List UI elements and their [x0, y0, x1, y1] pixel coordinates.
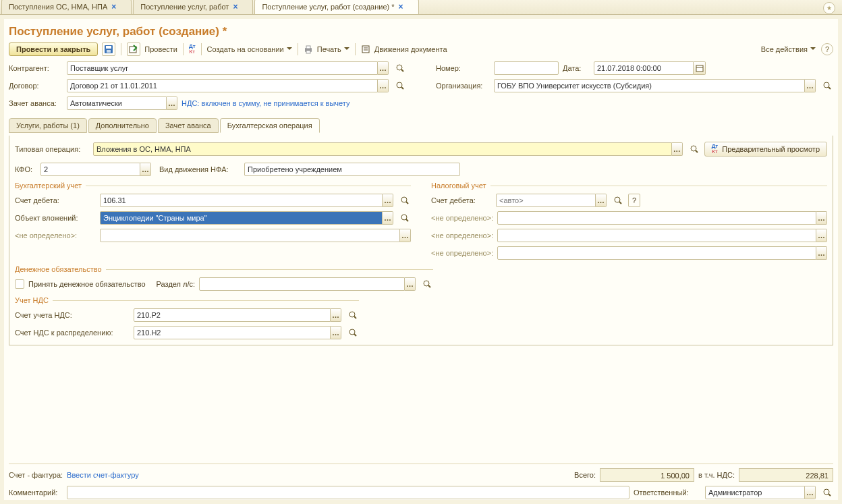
typical-op-field[interactable]: …	[93, 142, 683, 156]
ellipsis-button[interactable]: …	[140, 163, 151, 176]
label-date: Дата:	[563, 64, 590, 72]
ellipsis-button[interactable]: …	[805, 79, 816, 92]
search-icon[interactable]	[399, 194, 411, 207]
ellipsis-button[interactable]: …	[805, 486, 816, 499]
undef-field[interactable]: …	[100, 229, 411, 242]
responsible-field[interactable]: …	[705, 486, 816, 499]
help-button[interactable]: ?	[821, 43, 833, 55]
ellipsis-button[interactable]: …	[378, 79, 389, 92]
ellipsis-button[interactable]: …	[383, 194, 393, 207]
create-based-on-menu[interactable]: Создать на основании	[207, 45, 292, 53]
date-input[interactable]	[594, 61, 694, 75]
advance-field[interactable]: …	[67, 96, 177, 110]
search-icon[interactable]	[821, 79, 833, 92]
search-icon[interactable]	[347, 308, 359, 322]
vat-dist-input[interactable]	[134, 326, 331, 339]
post-and-close-button[interactable]: Провести и закрыть	[9, 43, 98, 56]
help-button[interactable]: ?	[628, 194, 640, 207]
tax-debit-input[interactable]	[496, 194, 596, 207]
post-link[interactable]: Провести	[144, 45, 177, 53]
vat-dist-field[interactable]: …	[134, 326, 341, 339]
svg-line-33	[829, 494, 831, 496]
ellipsis-button[interactable]: …	[167, 96, 177, 110]
svg-line-21	[406, 202, 408, 204]
post-icon	[129, 45, 138, 54]
close-icon[interactable]: ×	[111, 2, 116, 11]
document-moves-link[interactable]: Движения документа	[374, 45, 447, 53]
ellipsis-button[interactable]: …	[816, 229, 827, 242]
tab-receipt-svc-create[interactable]: Поступление услуг, работ (создание) *×	[254, 0, 418, 14]
dtkt-icon[interactable]: ДтКт	[189, 44, 196, 55]
ellipsis-button[interactable]: …	[383, 211, 393, 225]
search-icon[interactable]	[821, 486, 833, 499]
acct-debit-input[interactable]	[100, 194, 383, 207]
contragent-field[interactable]: …	[67, 61, 389, 75]
number-input[interactable]	[494, 61, 559, 75]
obj-input[interactable]	[100, 211, 383, 225]
close-icon[interactable]: ×	[233, 2, 237, 11]
nfa-move-input[interactable]	[244, 163, 460, 176]
acct-debit-field[interactable]: …	[100, 194, 393, 207]
take-monetary-checkbox[interactable]	[15, 279, 24, 289]
ellipsis-button[interactable]: …	[816, 246, 827, 260]
post-icon-button[interactable]	[127, 43, 140, 56]
search-icon[interactable]	[688, 142, 700, 156]
tab-os-nma[interactable]: Поступления ОС, НМА, НПА×	[1, 0, 132, 14]
contract-field[interactable]: …	[67, 79, 389, 92]
svg-line-19	[696, 150, 698, 152]
ellipsis-button[interactable]: …	[331, 326, 341, 339]
obj-field[interactable]: …	[100, 211, 393, 225]
search-icon[interactable]	[612, 194, 624, 207]
undef-tax-3[interactable]: …	[497, 246, 827, 260]
enter-invoice-link[interactable]: Ввести счет-фактуру	[67, 471, 139, 479]
search-icon[interactable]	[421, 277, 433, 291]
org-field[interactable]: …	[494, 79, 816, 92]
typical-op-input[interactable]	[93, 142, 672, 156]
favorite-button[interactable]: ★	[823, 2, 835, 14]
search-icon[interactable]	[394, 79, 406, 92]
preview-button[interactable]: ДтКт Предварительный просмотр	[704, 142, 827, 157]
vat-info-link[interactable]: НДС: включен в сумму, не принимается к в…	[181, 99, 349, 107]
tab-additional[interactable]: Дополнительно	[88, 118, 157, 133]
vat-value: 228,81	[739, 468, 833, 482]
undef-tax-2[interactable]: …	[497, 229, 827, 242]
legend-tax: Налоговый учет	[431, 181, 827, 190]
vat-account-input[interactable]	[134, 308, 331, 322]
search-icon[interactable]	[347, 326, 359, 339]
ellipsis-button[interactable]: …	[400, 229, 411, 242]
svg-rect-5	[306, 46, 310, 49]
contract-input[interactable]	[67, 79, 378, 92]
razdel-field[interactable]: …	[199, 277, 416, 291]
tab-advance-offset[interactable]: Зачет аванса	[158, 118, 219, 133]
calendar-icon[interactable]	[694, 61, 706, 75]
label-nfa-move: Вид движения НФА:	[159, 165, 240, 173]
tax-debit-field[interactable]: …	[496, 194, 607, 207]
ellipsis-button[interactable]: …	[816, 211, 827, 225]
document-tabs: Поступления ОС, НМА, НПА× Поступление ус…	[0, 0, 842, 15]
search-icon[interactable]	[399, 211, 411, 225]
ellipsis-button[interactable]: …	[405, 277, 416, 291]
ellipsis-button[interactable]: …	[378, 61, 389, 75]
date-field[interactable]	[594, 61, 706, 75]
ellipsis-button[interactable]: …	[672, 142, 683, 156]
tab-accounting-op[interactable]: Бухгалтерская операция	[220, 118, 320, 133]
svg-point-18	[691, 146, 696, 151]
print-menu[interactable]: Печать	[317, 45, 349, 53]
responsible-input[interactable]	[705, 486, 805, 499]
contragent-input[interactable]	[67, 61, 378, 75]
kfo-field[interactable]: …	[40, 163, 151, 176]
comment-input[interactable]	[67, 486, 629, 499]
ellipsis-button[interactable]: …	[596, 194, 607, 207]
advance-input[interactable]	[67, 96, 167, 110]
all-actions-menu[interactable]: Все действия	[761, 45, 816, 53]
close-icon[interactable]: ×	[399, 2, 403, 11]
save-button[interactable]	[102, 43, 115, 56]
undef-tax-1[interactable]: …	[497, 211, 827, 225]
vat-account-field[interactable]: …	[134, 308, 341, 322]
kfo-input[interactable]	[40, 163, 140, 176]
tab-receipt-svc[interactable]: Поступление услуг, работ×	[133, 0, 253, 14]
org-input[interactable]	[494, 79, 805, 92]
search-icon[interactable]	[394, 61, 406, 75]
tab-services[interactable]: Услуги, работы (1)	[9, 118, 87, 133]
ellipsis-button[interactable]: …	[331, 308, 341, 322]
